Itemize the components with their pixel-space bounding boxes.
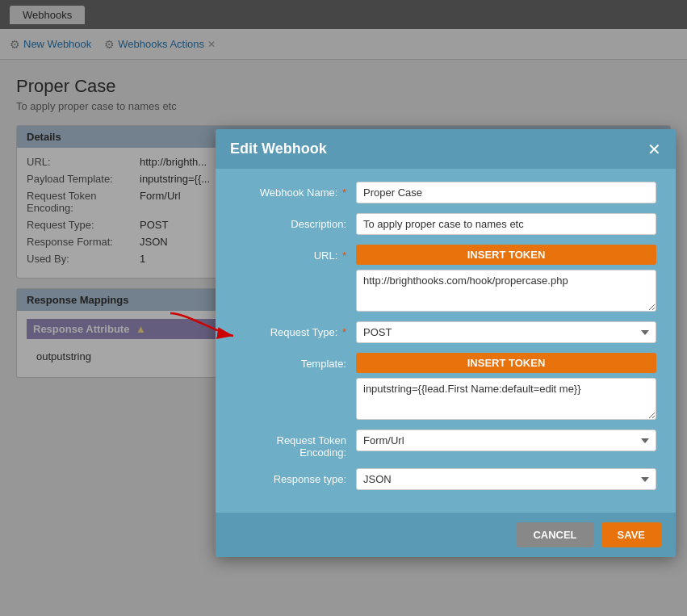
request-token-encoding-label: Request Token Encoding: — [235, 430, 356, 459]
url-label: URL: * — [235, 245, 356, 262]
request-token-encoding-select[interactable]: Form/Url JSON XML — [356, 430, 656, 451]
template-insert-token-button[interactable]: INSERT TOKEN — [356, 353, 656, 373]
url-required: * — [342, 249, 346, 262]
url-insert-token-button[interactable]: INSERT TOKEN — [356, 245, 656, 265]
webhook-name-required: * — [342, 186, 346, 199]
webhook-name-row: Webhook Name: * — [235, 182, 656, 203]
response-type-select[interactable]: JSON XML Text — [356, 468, 656, 490]
modal-close-button[interactable]: ✕ — [647, 141, 661, 157]
modal-body: Webhook Name: * Description: URL: * INSE… — [216, 169, 676, 513]
template-row: Template: INSERT TOKEN — [235, 353, 656, 420]
template-label: Template: — [235, 353, 356, 370]
cancel-button[interactable]: CANCEL — [517, 522, 593, 547]
template-field-container: INSERT TOKEN — [356, 353, 656, 420]
url-field-container: INSERT TOKEN — [356, 245, 656, 312]
request-type-required: * — [342, 326, 346, 338]
request-type-label: Request Type: * — [235, 321, 356, 338]
response-type-row: Response type: JSON XML Text — [235, 468, 656, 490]
template-textarea[interactable] — [356, 378, 656, 420]
url-textarea[interactable] — [356, 270, 656, 312]
response-type-label: Response type: — [235, 468, 356, 485]
webhook-name-label: Webhook Name: * — [235, 182, 356, 199]
description-input[interactable] — [356, 213, 656, 235]
modal-footer: CANCEL SAVE — [216, 513, 676, 557]
modal-title: Edit Webhook — [230, 140, 327, 157]
webhook-name-input[interactable] — [356, 182, 656, 203]
save-button[interactable]: SAVE — [601, 522, 661, 547]
description-row: Description: — [235, 213, 656, 235]
edit-webhook-modal: Edit Webhook ✕ Webhook Name: * Descripti… — [216, 129, 676, 557]
url-row: URL: * INSERT TOKEN — [235, 245, 656, 312]
description-label: Description: — [235, 213, 356, 230]
request-type-row: Request Type: * POST GET PUT DELETE — [235, 321, 656, 343]
request-type-select[interactable]: POST GET PUT DELETE — [356, 321, 656, 343]
modal-header: Edit Webhook ✕ — [216, 129, 676, 169]
request-token-encoding-row: Request Token Encoding: Form/Url JSON XM… — [235, 430, 656, 459]
